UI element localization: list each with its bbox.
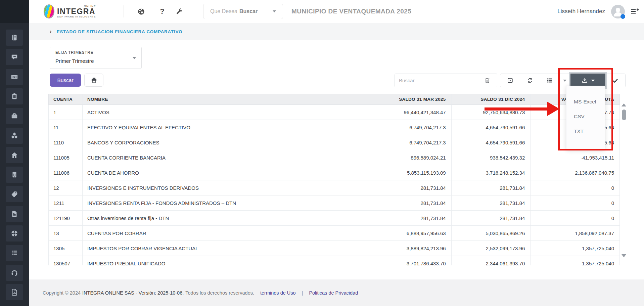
columns-list-button[interactable] [540,74,559,87]
cell-saldo-dic: 4,654,790,591.66 [452,135,531,150]
table-row[interactable]: 111006CUENTA DE AHORRO5,853,115,193.093,… [49,165,619,180]
cell-saldo-dic: 281,731.84 [452,195,531,210]
cell-saldo-mar: 3,889,824,213.96 [370,241,452,256]
cell-nombre: IMPUESTOS POR COBRAR VIGENCIA ACTUAL [83,241,370,256]
buscar-button[interactable]: Buscar [50,74,81,87]
money-icon[interactable] [6,69,23,85]
print-button[interactable] [84,74,103,87]
user-name[interactable]: Lisseth Hernandez [557,0,605,23]
table-row[interactable]: 12INVERSIONES E INSTRUMENTOS DERIVADOS28… [49,180,619,195]
download-button[interactable] [570,74,605,87]
page-title: MUNICIPIO DE VENTAQUEMADA 2025 [291,0,411,23]
pdf-icon[interactable] [6,284,23,300]
column-header-saldo-dic[interactable]: SALDO 31 DIC 2024 [452,94,531,104]
footer-copyright: Copyright © 2024 [43,290,81,296]
scroll-up-arrow[interactable] [622,103,626,106]
list-icon[interactable] [6,245,23,261]
table-row[interactable]: 1305IMPUESTOS POR COBRAR VIGENCIA ACTUAL… [49,241,619,256]
trimester-select[interactable]: ELIJA TRIMESTRE Primer Trimestre [50,47,142,69]
cell-variacion: 1,357,725,040 [531,241,619,256]
export-menu-item-csv[interactable]: CSV [574,112,585,122]
cell-saldo-dic: 92,750,634,880.73 [452,105,531,120]
table-row[interactable]: 13CUENTAS POR COBRAR6,888,957,956.635,03… [49,226,619,241]
confirm-button[interactable] [605,74,626,87]
cell-nombre: CUENTA CORRIENTE BANCARIA [83,150,370,165]
journal-icon[interactable] [6,30,23,46]
table-row[interactable]: 1ACTIVOS96,440,421,348.4792,750,634,880.… [49,105,619,120]
home-icon[interactable] [6,147,23,163]
cell-cuenta: 1 [49,105,83,120]
cell-saldo-mar: 3,701,786,433.70 [370,256,452,265]
cell-variacion: 2,136,867,040.75 [531,165,619,180]
tools-icon[interactable] [173,5,186,18]
view-options-dropdown-button[interactable] [558,74,571,87]
cell-cuenta: 1211 [49,195,83,210]
cell-saldo-dic: 938,542,439.32 [452,150,531,165]
export-menu-item-txt[interactable]: TXT [574,126,584,136]
export-menu-item-ms-excel[interactable]: MS-Excel [574,97,596,107]
footer-separator: | [302,290,303,296]
menu-plus-icon[interactable] [630,7,640,16]
footer: Copyright © 2024 INTEGRA ONLINE SAS - Ve… [29,279,644,306]
cell-nombre: CUENTAS POR COBRAR [83,226,370,241]
help-icon[interactable]: ? [155,5,169,18]
cell-saldo-mar: 6,888,957,956.63 [370,226,452,241]
header-divider [195,5,195,17]
cell-saldo-mar: 896,589,024.21 [370,150,452,165]
cell-variacion: 1,858,092,087.37 [531,226,619,241]
clear-search-button[interactable] [478,74,497,87]
table-search-input[interactable] [395,74,478,87]
column-header-saldo-mar[interactable]: SALDO 31 MAR 2025 [370,94,452,104]
globe-icon[interactable] [134,5,148,18]
chevron-down-icon [133,57,136,59]
column-header-cuenta[interactable]: CUENTA [49,94,83,104]
clipboard-icon[interactable] [6,88,23,104]
global-search-select[interactable]: Que Desea Buscar [203,4,283,19]
cell-cuenta: 111005 [49,150,83,165]
table-row[interactable]: 11EFECTIVO Y EQUIVALENTES AL EFECTIVO6,7… [49,120,619,135]
cell-saldo-dic: 2,532,099,173.96 [452,241,531,256]
tag-icon[interactable] [6,186,23,202]
cell-cuenta: 130507 [49,256,83,265]
image-view-button[interactable] [500,74,520,87]
avatar[interactable] [611,5,625,18]
cell-variacion: -41,953,415.11 [531,150,619,165]
table-row[interactable]: 1110BANCOS Y CORPORACIONES6,749,704,217.… [49,135,619,150]
scroll-down-arrow[interactable] [622,254,626,257]
table-body: 1ACTIVOS96,440,421,348.4792,750,634,880.… [48,105,620,265]
breadcrumb-label[interactable]: ESTADO DE SITUACION FINANCIERA COMPARATI… [57,29,183,34]
online-status-dot [620,14,625,19]
breadcrumb: › ESTADO DE SITUACION FINANCIERA COMPARA… [29,23,644,40]
document-icon[interactable] [6,206,23,222]
cubes-icon[interactable] [6,128,23,144]
trimester-value: Primer Trimestre [55,58,94,64]
terms-link[interactable]: terminos de Uso [260,290,296,296]
table-row[interactable]: 121190Otras inversiones de renta fija - … [49,211,619,226]
cell-saldo-mar: 96,440,421,348.47 [370,105,452,120]
cell-nombre: BANCOS Y CORPORACIONES [83,135,370,150]
cell-saldo-mar: 5,853,115,193.09 [370,165,452,180]
table-row[interactable]: 1211INVERSIONES RENTA FIJA - FONDOS ADMI… [49,195,619,211]
cell-saldo-mar: 6,749,704,217.3 [370,120,452,135]
scrollbar-thumb[interactable] [622,110,626,120]
export-dropdown-menu: MS-Excel CSV TXT [566,86,605,149]
cell-variacion: 0 [531,180,619,195]
cell-nombre: ACTIVOS [83,105,370,120]
cell-saldo-mar: 6,749,704,217.3 [370,135,452,150]
column-header-nombre[interactable]: NOMBRE [83,94,370,104]
integra-logo[interactable]: ONLINE INTEGRA SOFTWARE INTELIGENTE [43,4,96,19]
cell-cuenta: 1305 [49,241,83,256]
refresh-icon[interactable] [520,74,540,87]
building-icon[interactable] [6,167,23,183]
briefcase-icon[interactable] [6,108,23,124]
chat-icon[interactable] [6,49,23,65]
cell-variacion: 1,357,725,040 [531,256,619,265]
headset-icon[interactable] [6,265,23,281]
lifering-icon[interactable] [6,225,23,242]
footer-rights: Todos los derechos reservados. [185,290,254,296]
cell-saldo-mar: 281,731.84 [370,195,452,210]
privacy-link[interactable]: Politicas de Privacidad [309,290,358,296]
table-row[interactable]: 130507IMPUESTO PREDIAL UNIFICADO3,701,78… [49,256,619,265]
table-row[interactable]: 111005CUENTA CORRIENTE BANCARIA896,589,0… [49,150,619,165]
search-select-prefix: Que Desea [210,8,237,14]
